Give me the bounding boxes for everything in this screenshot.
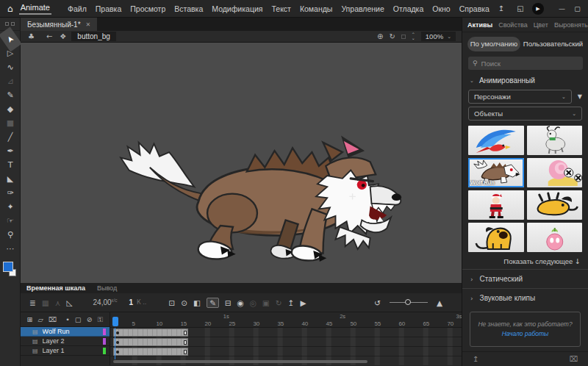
- zoom-level-dropdown[interactable]: 100% ⌄: [421, 32, 456, 41]
- menu-item[interactable]: Файл: [63, 4, 91, 13]
- asset-warp-tool[interactable]: ✦: [0, 200, 21, 214]
- timeline-scrollbar[interactable]: [113, 360, 368, 363]
- show-next-link[interactable]: Показать следующее ↓: [470, 257, 581, 265]
- menu-item[interactable]: Просмотр: [126, 4, 170, 13]
- graph-editor-icon[interactable]: ◺: [66, 298, 72, 307]
- zoom-spinner[interactable]: ⌃ ⌄: [412, 33, 415, 40]
- tab-close-icon[interactable]: ✕: [86, 21, 91, 28]
- eraser-tool[interactable]: ◆: [0, 102, 21, 116]
- timeline-tab[interactable]: Временная шкала: [26, 284, 85, 292]
- frame-span[interactable]: [113, 338, 188, 346]
- asset-thumbnail-snail[interactable]: [527, 158, 583, 187]
- wolf-artwork[interactable]: [109, 116, 404, 262]
- slider-knob[interactable]: [405, 299, 411, 305]
- section-collapsed[interactable]: ›Статический: [462, 269, 588, 288]
- menu-item[interactable]: Вставка: [170, 4, 207, 13]
- menu-item[interactable]: Отладка: [389, 4, 429, 13]
- insert-frame-icon[interactable]: ◧: [193, 298, 201, 307]
- asset-thumbnail-santa[interactable]: [468, 190, 524, 220]
- keyframe-nav[interactable]: К ..: [137, 299, 146, 306]
- scene-icon[interactable]: ♣: [28, 32, 35, 40]
- lock-all-icon[interactable]: ⚿: [98, 315, 103, 324]
- maximize-button[interactable]: ▢: [570, 5, 585, 12]
- mode-tab[interactable]: Пользовательский: [523, 37, 583, 51]
- document-tab[interactable]: Безымянный-1* ✕: [21, 18, 97, 31]
- more-tools[interactable]: ⋯: [0, 242, 21, 256]
- insert-keyframe-icon[interactable]: ⊡: [168, 298, 175, 307]
- new-folder-icon[interactable]: ▱: [37, 315, 43, 323]
- pen-tool[interactable]: ✒: [0, 144, 21, 158]
- mode-tab[interactable]: По умолчанию: [467, 37, 520, 51]
- advanced-layer-icon[interactable]: •: [65, 315, 70, 323]
- asset-thumbnail-dog-lying[interactable]: [527, 190, 583, 220]
- layer-frames-row[interactable]: [110, 347, 462, 356]
- onion-skin-icon[interactable]: ◉: [237, 298, 244, 307]
- rotate-stage-icon[interactable]: ↻: [389, 32, 395, 40]
- line-tool[interactable]: ╱: [0, 130, 21, 144]
- app-title[interactable]: Animate: [19, 2, 51, 15]
- menu-item[interactable]: Управление: [337, 4, 388, 13]
- panel-tab[interactable]: Выровнять: [554, 21, 588, 29]
- center-stage-icon[interactable]: ⊕: [377, 32, 383, 40]
- menu-item[interactable]: Правка: [91, 4, 126, 13]
- lasso-tool[interactable]: ∿: [0, 60, 21, 74]
- zoom-tool[interactable]: ⚲: [0, 228, 21, 242]
- eyedropper-tool[interactable]: ✑: [0, 186, 21, 200]
- layer-row[interactable]: ▤Layer 1: [21, 346, 110, 356]
- close-button[interactable]: ✕: [585, 5, 588, 12]
- fill-color-swatch[interactable]: [0, 260, 21, 279]
- menu-item[interactable]: Окно: [428, 4, 454, 13]
- paint-bucket-tool[interactable]: ◣: [0, 172, 21, 186]
- panel-tab[interactable]: Цвет: [534, 21, 548, 29]
- play-icon[interactable]: ▶: [300, 298, 306, 307]
- menu-item[interactable]: Текст: [267, 4, 295, 13]
- section-collapsed[interactable]: ›Звуковые клипы: [462, 288, 588, 307]
- brush-tool[interactable]: ✎: [0, 88, 21, 102]
- asset-thumbnail-goat[interactable]: [527, 126, 583, 155]
- layer-row[interactable]: ▤Layer 2: [21, 337, 110, 346]
- remove-frames-icon[interactable]: ⊟: [225, 298, 232, 307]
- search-input-box[interactable]: ⚲: [468, 57, 583, 70]
- category-dropdown[interactable]: Объекты⌄: [468, 107, 582, 121]
- category-dropdown[interactable]: Персонажи⌄: [468, 90, 572, 104]
- get-started-link[interactable]: Начало работы: [502, 330, 549, 337]
- outline-all-icon[interactable]: ▢: [75, 315, 82, 323]
- menu-item[interactable]: Команды: [295, 4, 337, 13]
- hand-tool[interactable]: ☞: [0, 214, 21, 228]
- zoom-in-timeline-icon[interactable]: ▲: [437, 298, 442, 307]
- insert-blank-keyframe-icon[interactable]: ⊙: [181, 298, 187, 307]
- upload-asset-icon[interactable]: ↥: [473, 355, 478, 363]
- frame-span[interactable]: [113, 329, 188, 337]
- fps-value[interactable]: 24,00к/с: [93, 298, 118, 306]
- layers-stack-icon[interactable]: ≣: [29, 298, 36, 307]
- layer-frames-row[interactable]: [110, 337, 462, 347]
- playhead[interactable]: [112, 317, 118, 326]
- reset-timeline-zoom-icon[interactable]: ↺: [374, 298, 381, 307]
- back-icon[interactable]: ←: [46, 32, 52, 40]
- filter-icon[interactable]: ▼: [578, 93, 582, 100]
- section-animated[interactable]: ⌄ Анимированный: [462, 72, 588, 87]
- timeline-tab[interactable]: Вывод: [97, 284, 117, 292]
- quick-test-icon[interactable]: ▶: [532, 3, 544, 15]
- delete-layer-icon[interactable]: ⌧: [49, 315, 57, 323]
- asset-thumbnail-wolf[interactable]: Wolf Run: [468, 158, 524, 187]
- menu-item[interactable]: Справка: [455, 4, 494, 13]
- panel-tab[interactable]: Свойства: [498, 21, 528, 29]
- new-layer-icon[interactable]: ⊞: [27, 315, 33, 323]
- stage-canvas[interactable]: [21, 43, 462, 283]
- spinner-down-icon[interactable]: ⌄: [412, 37, 415, 40]
- hide-all-icon[interactable]: ⊘: [87, 315, 93, 323]
- minimize-button[interactable]: —: [554, 5, 570, 12]
- text-tool[interactable]: T: [0, 158, 21, 172]
- export-icon[interactable]: ↥: [288, 298, 295, 307]
- timeline-ruler[interactable]: 5101520253035404550556065701s2s3s: [110, 312, 462, 328]
- workspace-icon[interactable]: ◱: [513, 4, 528, 12]
- timeline-zoom-slider[interactable]: [390, 299, 428, 306]
- menu-item[interactable]: Модификация: [207, 4, 267, 13]
- share-icon[interactable]: ↥: [494, 4, 509, 12]
- breadcrumb[interactable]: button_bg: [71, 32, 116, 41]
- asset-thumbnail-blob[interactable]: [527, 223, 583, 252]
- frame-span[interactable]: [113, 348, 188, 356]
- home-icon[interactable]: ⌂: [7, 4, 13, 14]
- layer-frames-row[interactable]: [110, 328, 462, 337]
